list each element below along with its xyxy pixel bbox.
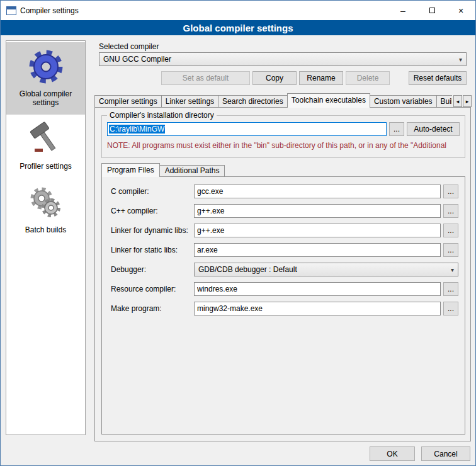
delete-button[interactable]: Delete	[346, 71, 390, 85]
blue-gear-icon	[27, 48, 65, 86]
gray-gears-icon	[27, 184, 65, 222]
tab-toolchain-executables[interactable]: Toolchain executables	[287, 93, 370, 108]
tab-linker-settings[interactable]: Linker settings	[161, 95, 218, 108]
c-compiler-browse-button[interactable]: ...	[443, 185, 458, 198]
auto-detect-button[interactable]: Auto-detect	[407, 122, 460, 136]
linker-static-input[interactable]	[194, 243, 441, 257]
installation-directory-value: C:\raylib\MinGW	[109, 125, 165, 134]
reset-defaults-button[interactable]: Reset defaults	[409, 71, 467, 85]
cpp-compiler-label: C++ compiler:	[111, 207, 191, 215]
installation-directory-group: Compiler's installation directory C:\ray…	[101, 115, 465, 158]
tab-search-directories[interactable]: Search directories	[218, 95, 288, 108]
maximize-button[interactable]	[417, 1, 446, 20]
make-program-label: Make program:	[111, 304, 191, 313]
make-program-browse-button[interactable]: ...	[443, 302, 458, 315]
selected-compiler-label: Selected compiler	[99, 42, 159, 51]
bin-subdirectory-note: NOTE: All programs must exist either in …	[107, 141, 463, 150]
subtab-program-files[interactable]: Program Files	[101, 163, 160, 177]
profiler-hammer-icon	[27, 120, 65, 158]
window-title: Compiler settings	[20, 6, 79, 15]
debugger-label: Debugger:	[111, 265, 191, 274]
resource-compiler-browse-button[interactable]: ...	[443, 282, 458, 296]
cpp-compiler-browse-button[interactable]: ...	[443, 204, 458, 218]
sidebar-item-label: Batch builds	[25, 225, 66, 234]
selected-compiler-dropdown[interactable]: GNU GCC Compiler ▾	[99, 52, 467, 66]
tab-build-options[interactable]: Build	[436, 95, 452, 108]
cancel-button[interactable]: Cancel	[421, 446, 470, 461]
c-compiler-input[interactable]	[194, 185, 441, 198]
linker-dynamic-label: Linker for dynamic libs:	[111, 226, 191, 235]
tab-custom-variables[interactable]: Custom variables	[370, 95, 437, 108]
tab-compiler-settings[interactable]: Compiler settings	[94, 95, 162, 108]
sidebar-item-profiler-settings[interactable]: Profiler settings	[6, 115, 85, 178]
tab-scroll-left-button[interactable]: ◂	[453, 95, 462, 107]
debugger-dropdown[interactable]: GDB/CDB debugger : Default ▾	[194, 263, 458, 276]
ok-button[interactable]: OK	[370, 446, 415, 461]
debugger-value: GDB/CDB debugger : Default	[198, 265, 297, 274]
settings-tab-strip: Compiler settings Linker settings Search…	[94, 93, 452, 108]
cpp-compiler-input[interactable]	[194, 204, 441, 218]
sidebar-item-global-compiler-settings[interactable]: Global compiler settings	[6, 42, 85, 115]
resource-compiler-label: Resource compiler:	[111, 285, 191, 293]
chevron-down-icon: ▾	[459, 56, 462, 63]
chevron-down-icon: ▾	[451, 266, 454, 273]
c-compiler-label: C compiler:	[111, 187, 191, 196]
toolchain-executables-panel: Compiler's installation directory C:\ray…	[94, 107, 471, 441]
sidebar-item-label: Profiler settings	[20, 162, 72, 171]
program-files-tab-strip: Program Files Additional Paths	[101, 163, 225, 177]
sidebar: Global compiler settings Profiler settin…	[6, 40, 86, 435]
installation-directory-input[interactable]: C:\raylib\MinGW	[107, 122, 387, 136]
dialog-header-title: Global compiler settings	[1, 20, 475, 35]
compiler-settings-dialog: Compiler settings – × Global compiler se…	[0, 0, 476, 466]
installation-directory-browse-button[interactable]: ...	[389, 122, 404, 136]
subtab-additional-paths[interactable]: Additional Paths	[159, 165, 225, 177]
set-as-default-button[interactable]: Set as default	[161, 71, 250, 85]
resource-compiler-input[interactable]	[194, 282, 441, 296]
close-button[interactable]: ×	[446, 1, 475, 20]
selected-compiler-value: GNU GCC Compiler	[103, 55, 171, 64]
app-icon	[6, 6, 16, 15]
rename-button[interactable]: Rename	[299, 71, 343, 85]
copy-button[interactable]: Copy	[252, 71, 297, 85]
titlebar: Compiler settings – ×	[1, 1, 475, 20]
installation-directory-row: C:\raylib\MinGW ... Auto-detect	[107, 122, 460, 136]
program-files-panel: C compiler: ... C++ compiler: ... Linker…	[101, 176, 465, 435]
linker-dynamic-browse-button[interactable]: ...	[443, 224, 458, 237]
linker-static-label: Linker for static libs:	[111, 246, 191, 254]
maximize-icon	[429, 8, 435, 13]
installation-directory-group-title: Compiler's installation directory	[107, 111, 217, 120]
linker-dynamic-input[interactable]	[194, 224, 441, 237]
sidebar-item-batch-builds[interactable]: Batch builds	[6, 178, 85, 242]
sidebar-item-label: Global compiler settings	[9, 89, 82, 107]
toolchain-form: C compiler: ... C++ compiler: ... Linker…	[111, 185, 458, 315]
make-program-input[interactable]	[194, 302, 441, 315]
linker-static-browse-button[interactable]: ...	[443, 243, 458, 257]
caption-buttons: – ×	[388, 1, 475, 20]
minimize-button[interactable]: –	[388, 1, 417, 20]
tab-scroll-right-button[interactable]: ▸	[463, 95, 472, 107]
